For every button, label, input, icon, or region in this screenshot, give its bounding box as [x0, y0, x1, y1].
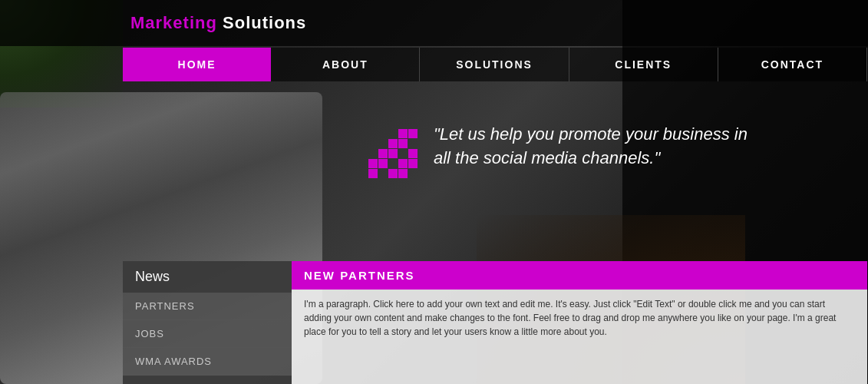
- news-title: News: [123, 261, 292, 293]
- pixel-off-cell: [388, 159, 398, 168]
- quote-text: "Let us help you promote your business i…: [434, 123, 752, 170]
- news-item-jobs[interactable]: JOBS: [123, 320, 292, 348]
- pixel-off-cell: [378, 139, 388, 148]
- pixel-on-cell: [398, 139, 408, 148]
- pixel-off-cell: [368, 139, 378, 148]
- pixel-on-cell: [388, 169, 398, 178]
- content-title: NEW PARTNERS: [292, 261, 867, 290]
- pixel-on-cell: [388, 139, 398, 148]
- pixel-icon: [368, 129, 418, 179]
- pixel-on-cell: [388, 149, 398, 158]
- pixel-on-cell: [408, 149, 417, 158]
- pixel-on-cell: [408, 129, 417, 138]
- nav-item-contact[interactable]: CONTACT: [718, 48, 867, 81]
- pixel-off-cell: [368, 149, 378, 158]
- pixel-off-cell: [408, 169, 417, 178]
- pixel-on-cell: [398, 169, 408, 178]
- logo-marketing: Marketing: [130, 13, 217, 32]
- bottom-section: News PARTNERS JOBS WMA AWARDS NEW PARTNE…: [123, 261, 867, 384]
- pixel-off-cell: [388, 129, 398, 138]
- pixel-off-cell: [408, 139, 417, 148]
- pixel-on-cell: [368, 159, 378, 168]
- pixel-off-cell: [378, 129, 388, 138]
- nav-item-solutions[interactable]: SOLUTIONS: [420, 48, 569, 81]
- pixel-off-cell: [378, 169, 388, 178]
- pixel-on-cell: [378, 149, 388, 158]
- pixel-off-cell: [368, 129, 378, 138]
- logo-solutions: Solutions: [217, 13, 306, 32]
- header: Marketing Solutions: [0, 0, 868, 46]
- pixel-on-cell: [398, 159, 408, 168]
- news-item-wma-awards[interactable]: WMA AWARDS: [123, 348, 292, 376]
- pixel-on-cell: [378, 159, 388, 168]
- news-item-partners[interactable]: PARTNERS: [123, 293, 292, 320]
- content-paragraph-1: I'm a paragraph. Click here to add your …: [304, 297, 855, 339]
- pixel-on-cell: [408, 159, 417, 168]
- nav-item-clients[interactable]: CLIENTS: [569, 48, 718, 81]
- pixel-on-cell: [398, 129, 408, 138]
- content-body: I'm a paragraph. Click here to add your …: [292, 290, 867, 346]
- pixel-on-cell: [368, 169, 378, 178]
- news-sidebar: News PARTNERS JOBS WMA AWARDS: [123, 261, 292, 384]
- pixel-off-cell: [398, 149, 408, 158]
- logo: Marketing Solutions: [130, 13, 306, 33]
- navigation: HOME ABOUT SOLUTIONS CLIENTS CONTACT: [123, 48, 867, 81]
- nav-item-home[interactable]: HOME: [123, 48, 271, 81]
- content-panel: NEW PARTNERS I'm a paragraph. Click here…: [292, 261, 867, 384]
- quote-area: "Let us help you promote your business i…: [368, 123, 752, 179]
- nav-item-about[interactable]: ABOUT: [271, 48, 420, 81]
